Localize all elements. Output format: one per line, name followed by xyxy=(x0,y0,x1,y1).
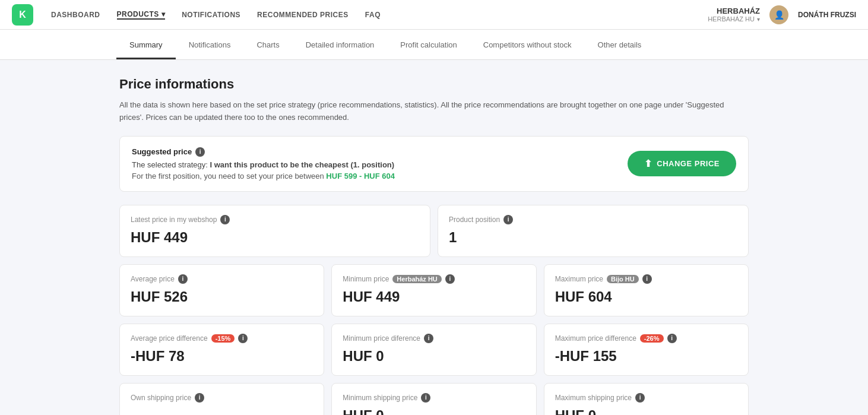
card-latest-price-value: HUF 449 xyxy=(131,229,419,246)
upload-icon: ⬆ xyxy=(644,158,652,169)
card-min-diff-value: HUF 0 xyxy=(343,348,525,365)
nav-faq[interactable]: FAQ xyxy=(365,11,381,19)
card-max-shipping-label: Maximum shipping price xyxy=(555,394,632,402)
nav-products[interactable]: PRODUCTS ▾ xyxy=(117,10,166,20)
suggested-price-range: For the first position, you need to set … xyxy=(132,172,395,180)
card-product-position: Product position i 1 xyxy=(438,205,749,257)
nav-recommended-prices[interactable]: RECOMMENDED PRICES xyxy=(257,11,349,19)
card-own-shipping-label: Own shipping price xyxy=(131,394,191,402)
card-max-diff-info-icon[interactable]: i xyxy=(667,334,677,343)
nav-notifications[interactable]: NOTIFICATIONS xyxy=(182,11,240,19)
store-arrow-icon: ▾ xyxy=(757,16,760,23)
cards-row-1: Latest price in my webshop i HUF 449 Pro… xyxy=(119,205,749,257)
avatar[interactable]: 👤 xyxy=(769,5,788,24)
card-max-price-value: HUF 604 xyxy=(555,289,737,305)
card-min-diff-label: Minimum price diference xyxy=(343,334,420,343)
tab-detailed-information[interactable]: Detailed information xyxy=(293,30,388,59)
card-min-shipping-label: Minimum shipping price xyxy=(343,394,417,402)
card-min-shipping-value: HUF 0 xyxy=(343,407,525,415)
card-average-price-label: Average price xyxy=(131,275,175,283)
suggested-price-strategy: The selected strategy: I want this produ… xyxy=(132,160,395,169)
user-name: DONÁTH FRUZSI xyxy=(798,11,856,19)
suggested-price-info: Suggested price i The selected strategy:… xyxy=(132,147,395,180)
card-max-diff-value: -HUF 155 xyxy=(555,348,737,365)
card-max-diff-badge: -26% xyxy=(640,334,664,343)
card-avg-diff-badge: -15% xyxy=(211,334,235,343)
card-min-shipping-info-icon[interactable]: i xyxy=(421,393,430,403)
tab-competitors-without-stock[interactable]: Competitors without stock xyxy=(470,30,585,59)
card-max-diff-label: Maximum price difference xyxy=(555,334,636,343)
card-average-price: Average price i HUF 526 xyxy=(119,264,324,316)
change-price-button[interactable]: ⬆ CHANGE PRICE xyxy=(628,151,736,176)
store-selector[interactable]: HERBAHÁZ HERBAHÁZ HU▾ xyxy=(708,7,760,23)
suggested-price-title: Suggested price i xyxy=(132,147,395,157)
suggested-price-box: Suggested price i The selected strategy:… xyxy=(119,136,749,192)
nav-right: HERBAHÁZ HERBAHÁZ HU▾ 👤 DONÁTH FRUZSI xyxy=(708,5,856,24)
card-own-shipping: Own shipping price i - xyxy=(119,383,324,415)
card-avg-diff-info-icon[interactable]: i xyxy=(238,334,248,343)
card-min-price-info-icon[interactable]: i xyxy=(445,274,455,284)
card-avg-diff-value: -HUF 78 xyxy=(131,348,313,365)
tab-notifications[interactable]: Notifications xyxy=(176,30,244,59)
cards-row-3: Average price difference -15% i -HUF 78 … xyxy=(119,324,749,376)
card-min-shipping: Minimum shipping price i HUF 0 xyxy=(331,383,536,415)
card-min-price: Minimum price Herbaház HU i HUF 449 xyxy=(331,264,536,316)
card-min-price-value: HUF 449 xyxy=(343,289,525,305)
card-product-position-label: Product position xyxy=(449,216,500,224)
store-sub-label: HERBAHÁZ HU xyxy=(708,15,755,23)
main-content: Price informations All the data is shown… xyxy=(107,60,761,415)
page-title: Price informations xyxy=(119,77,749,92)
card-product-position-value: 1 xyxy=(449,229,737,246)
range-values: HUF 599 - HUF 604 xyxy=(326,172,395,180)
card-min-price-label: Minimum price xyxy=(343,275,389,283)
card-max-price-label: Maximum price xyxy=(555,275,603,283)
tab-profit-calculation[interactable]: Profit calculation xyxy=(387,30,470,59)
card-latest-price-info-icon[interactable]: i xyxy=(220,215,230,224)
card-max-shipping-value: HUF 0 xyxy=(555,407,737,415)
card-min-price-badge: Herbaház HU xyxy=(392,275,441,283)
cards-row-4: Own shipping price i - Minimum shipping … xyxy=(119,383,749,415)
page-description: All the data is shown here based on the … xyxy=(119,99,743,124)
strategy-value: I want this product to be the cheapest (… xyxy=(210,160,395,169)
card-avg-diff-label: Average price difference xyxy=(131,334,208,343)
card-max-shipping: Maximum shipping price i HUF 0 xyxy=(544,383,749,415)
suggested-price-info-icon[interactable]: i xyxy=(195,147,205,157)
card-max-price: Maximum price Bijo HU i HUF 604 xyxy=(544,264,749,316)
card-own-shipping-info-icon[interactable]: i xyxy=(195,393,204,403)
card-average-price-value: HUF 526 xyxy=(131,289,313,305)
card-own-shipping-value: - xyxy=(131,407,313,415)
card-max-shipping-info-icon[interactable]: i xyxy=(635,393,645,403)
card-average-price-info-icon[interactable]: i xyxy=(178,274,188,284)
card-avg-diff: Average price difference -15% i -HUF 78 xyxy=(119,324,324,376)
tab-other-details[interactable]: Other details xyxy=(585,30,655,59)
app-logo[interactable]: K xyxy=(12,4,33,26)
card-min-diff: Minimum price diference i HUF 0 xyxy=(331,324,536,376)
card-max-price-info-icon[interactable]: i xyxy=(642,274,652,284)
tab-summary[interactable]: Summary xyxy=(116,30,176,59)
nav-links: DASHBOARD PRODUCTS ▾ NOTIFICATIONS RECOM… xyxy=(51,10,708,20)
top-navigation: K DASHBOARD PRODUCTS ▾ NOTIFICATIONS REC… xyxy=(0,0,868,30)
tab-bar: Summary Notifications Charts Detailed in… xyxy=(0,30,868,60)
card-product-position-info-icon[interactable]: i xyxy=(503,215,513,224)
card-latest-price-label: Latest price in my webshop xyxy=(131,216,217,224)
card-max-price-badge: Bijo HU xyxy=(607,275,639,283)
cards-row-2: Average price i HUF 526 Minimum price He… xyxy=(119,264,749,316)
nav-dashboard[interactable]: DASHBOARD xyxy=(51,11,100,19)
card-latest-price: Latest price in my webshop i HUF 449 xyxy=(119,205,430,257)
tab-charts[interactable]: Charts xyxy=(243,30,292,59)
card-max-diff: Maximum price difference -26% i -HUF 155 xyxy=(544,324,749,376)
card-min-diff-info-icon[interactable]: i xyxy=(424,334,433,343)
